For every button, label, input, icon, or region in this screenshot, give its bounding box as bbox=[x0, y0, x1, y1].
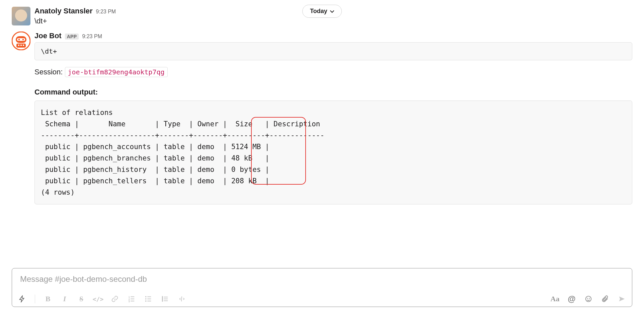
emoji-icon[interactable] bbox=[584, 295, 592, 303]
svg-rect-6 bbox=[18, 45, 19, 46]
code-block-icon[interactable] bbox=[178, 295, 186, 303]
svg-rect-23 bbox=[164, 299, 168, 299]
svg-point-17 bbox=[145, 298, 147, 300]
toolbar-divider bbox=[35, 295, 35, 303]
svg-rect-18 bbox=[147, 299, 151, 299]
session-line: Session: joe-btifm829eng4aoktp7qg bbox=[34, 67, 632, 77]
svg-rect-20 bbox=[147, 301, 151, 302]
ordered-list-icon[interactable]: 123 bbox=[128, 295, 136, 303]
svg-rect-2 bbox=[17, 38, 25, 41]
svg-point-4 bbox=[22, 39, 24, 41]
avatar-user[interactable] bbox=[12, 7, 30, 25]
command-output-block: List of relations Schema | Name | Type |… bbox=[34, 101, 632, 204]
svg-point-3 bbox=[18, 39, 20, 41]
composer-placeholder[interactable]: Message #joe-bot-demo-second-db bbox=[18, 273, 626, 293]
command-output-title: Command output: bbox=[34, 88, 632, 97]
message-composer[interactable]: Message #joe-bot-demo-second-db B I S </… bbox=[12, 268, 632, 307]
chevron-down-icon bbox=[330, 9, 334, 14]
link-icon[interactable] bbox=[111, 295, 119, 303]
svg-rect-21 bbox=[162, 296, 163, 302]
svg-rect-24 bbox=[164, 301, 168, 301]
message-timestamp: 9:23 PM bbox=[82, 34, 102, 40]
author-name[interactable]: Anatoly Stansler bbox=[34, 7, 93, 15]
svg-point-27 bbox=[589, 298, 590, 299]
message-timestamp: 9:23 PM bbox=[96, 9, 116, 15]
strikethrough-icon[interactable]: S bbox=[77, 295, 85, 303]
svg-rect-10 bbox=[131, 297, 134, 297]
bullet-list-icon[interactable] bbox=[144, 295, 152, 303]
svg-text:3: 3 bbox=[129, 300, 130, 303]
svg-rect-22 bbox=[164, 297, 168, 298]
svg-point-15 bbox=[145, 296, 147, 298]
svg-rect-14 bbox=[131, 301, 134, 302]
send-icon[interactable] bbox=[618, 295, 626, 303]
date-divider-pill[interactable]: Today bbox=[302, 5, 342, 18]
svg-rect-8 bbox=[23, 45, 24, 46]
lightning-shortcut-icon[interactable] bbox=[18, 295, 26, 303]
composer-toolbar: B I S </> 123 Aa @ bbox=[18, 293, 626, 303]
message-list: Anatoly Stansler 9:23 PM \dt+ Joe Bot bbox=[12, 7, 632, 204]
date-divider-label: Today bbox=[310, 8, 327, 15]
svg-point-26 bbox=[587, 298, 588, 299]
author-name[interactable]: Joe Bot bbox=[34, 31, 62, 40]
bold-icon[interactable]: B bbox=[44, 295, 52, 303]
session-id[interactable]: joe-btifm829eng4aoktp7qg bbox=[65, 67, 168, 77]
svg-rect-12 bbox=[131, 299, 134, 299]
blockquote-icon[interactable] bbox=[161, 295, 169, 303]
session-label: Session: bbox=[34, 68, 63, 76]
svg-rect-16 bbox=[147, 297, 151, 297]
command-output-text: List of relations Schema | Name | Type |… bbox=[41, 109, 324, 196]
svg-point-25 bbox=[586, 296, 591, 302]
app-badge: APP bbox=[65, 34, 79, 40]
svg-rect-7 bbox=[20, 45, 22, 46]
formatting-toggle-icon[interactable]: Aa bbox=[551, 295, 559, 303]
robot-icon bbox=[12, 31, 30, 50]
attachment-icon[interactable] bbox=[601, 295, 609, 303]
echoed-command: \dt+ bbox=[34, 42, 632, 60]
mention-icon[interactable]: @ bbox=[568, 295, 576, 303]
avatar-bot[interactable] bbox=[12, 31, 30, 50]
message-bot: Joe Bot APP 9:23 PM \dt+ Session: joe-bt… bbox=[12, 31, 632, 204]
code-icon[interactable]: </> bbox=[94, 295, 102, 303]
italic-icon[interactable]: I bbox=[61, 295, 69, 303]
svg-point-19 bbox=[145, 301, 147, 302]
message-text: \dt+ bbox=[34, 17, 632, 25]
